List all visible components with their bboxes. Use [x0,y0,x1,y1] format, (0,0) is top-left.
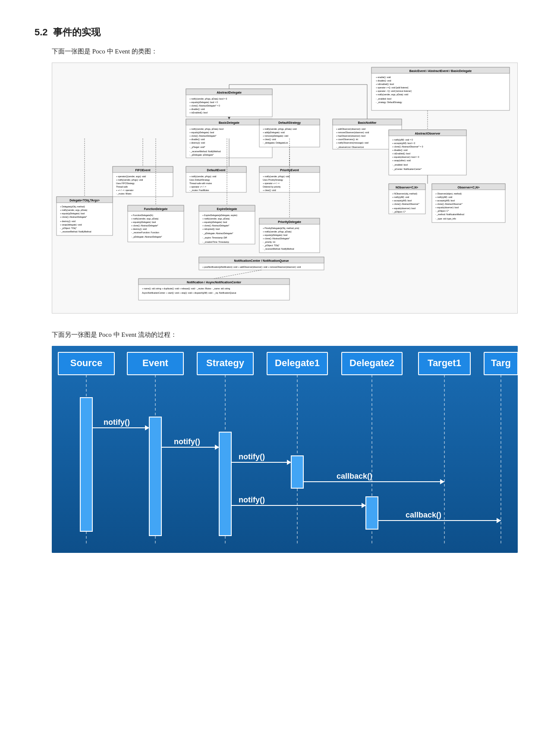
svg-text:- _type: std::type_info: - _type: std::type_info [435,217,456,220]
svg-text:+ destroy(): void: + destroy(): void [131,228,147,230]
svg-text:+ swap(other): void: + swap(other): void [392,159,411,162]
svg-text:notify(): notify() [174,437,200,446]
svg-text:Event: Event [142,358,169,368]
svg-text:Source: Source [70,358,103,368]
svg-text:Uses PriorityStrategy: Uses PriorityStrategy [263,179,283,181]
svg-text:+ notify(sender, args, pData): + notify(sender, args, pData) [202,217,230,220]
svg-text:- _strategy: DefaultStrategy: - _strategy: DefaultStrategy [376,101,402,104]
svg-text:+ operator += / -=: + operator += / -= [263,182,280,185]
svg-text:- _receiverMethod: NotifyMetho: - _receiverMethod: NotifyMethod [263,248,294,250]
svg-text:+ operator += / -=: + operator += / -= [189,185,206,188]
uml-diagram-svg: BasicEvent / AbstractEvent / BasicDelega… [52,63,518,313]
svg-text:AbstractDelegate: AbstractDelegate [217,91,242,94]
svg-text:Notification / AsyncNotificati: Notification / AsyncNotificationCenter [187,281,241,284]
svg-text:+ clone(): AbstractDelegate*: + clone(): AbstractDelegate* [202,224,229,227]
svg-text:+ ExpireDelegate(pDelegate, ex: + ExpireDelegate(pDelegate, expire) [202,214,237,216]
svg-text:+ notifyObservers(message): vo: + notifyObservers(message): void [336,141,368,144]
svg-rect-193 [80,398,92,531]
svg-text:- _priority: int: - _priority: int [263,241,276,243]
svg-text:BasicNotifier: BasicNotifier [358,121,376,124]
flow-intro-text: 下面另一张图是 Poco 中 Event 流动的过程： [52,331,500,339]
svg-text:+ NObserver(obj, method): + NObserver(obj, method) [392,192,417,195]
svg-text:- _receiverMethod: NotifyMetho: - _receiverMethod: NotifyMethod [60,230,91,233]
svg-text:notify(): notify() [104,418,130,427]
svg-text:+ notify(sender, pArgs, pData): + notify(sender, pArgs, pData) [263,230,292,233]
svg-text:+ name(): std::string   + dupl: + name(): std::string + duplicate(): voi… [142,287,230,290]
svg-text:+ clone(): AbstractDelegate*: + clone(): AbstractDelegate* [60,216,87,218]
svg-text:Observer<C,N>: Observer<C,N> [458,186,480,189]
svg-text:+ disable(): void: + disable(): void [392,149,408,151]
svg-text:+ disable(): void: + disable(): void [376,79,391,82]
svg-text:- _enabled: bool: - _enabled: bool [392,163,408,166]
svg-text:- _pObject: TObj*: - _pObject: TObj* [263,244,279,247]
svg-text:+ equals(pDelegate): bool: + equals(pDelegate): bool [263,234,287,236]
svg-text:+ notify(sender, pArgs, pData): + notify(sender, pArgs, pData): void [263,128,297,130]
svg-text:- _pObject: C*: - _pObject: C* [392,210,406,213]
svg-text:+ Observer(object, method): + Observer(object, method) [435,192,462,195]
svg-text:+ operator()(sender, args): vo: + operator()(sender, args): void [116,175,146,178]
svg-text:+ clone(): AbstractDelegate* =: + clone(): AbstractDelegate* = 0 [189,104,220,107]
svg-text:+ notify(sender, args, pData): + notify(sender, args, pData) [60,209,88,211]
svg-text:DefaultEvent: DefaultEvent [207,169,226,172]
svg-text:+ addObserver(observer): void: + addObserver(observer): void [336,128,365,130]
svg-text:+ notify(pNf): void: + notify(pNf): void [435,196,453,198]
svg-text:callback(): callback() [406,511,441,519]
svg-rect-197 [366,497,378,529]
svg-text:+ Delegate(pObj, method): + Delegate(pObj, method) [60,205,85,208]
svg-text:+ hasObserver(observer): bool: + hasObserver(observer): bool [336,135,365,137]
svg-text:- _pDelegate: AbstractDelegate: - _pDelegate: AbstractDelegate* [202,232,233,235]
uml-intro-text: 下面一张图是 Poco 中 Event 的类图： [52,47,500,56]
svg-text:Uses DefaultStrategy: Uses DefaultStrategy [189,179,210,181]
svg-text:- _pObject: TObj*: - _pObject: TObj* [60,227,76,229]
svg-text:+ equals(observer): bool: + equals(observer): bool [392,207,415,210]
svg-text:+ accepts(pNf): bool = 0: + accepts(pNf): bool = 0 [392,142,415,144]
svg-text:+ disable(): void: + disable(): void [189,138,205,141]
svg-text:+ disable(): void: + disable(): void [189,108,205,110]
svg-text:+ isExpired(): bool: + isExpired(): bool [202,228,220,230]
svg-text:Delegate1: Delegate1 [275,358,320,368]
svg-text:Target1: Target1 [428,358,461,368]
svg-text:Delegate<TObj,TArgs>: Delegate<TObj,TArgs> [69,199,100,202]
svg-text:+ countObservers(): int: + countObservers(): int [336,138,359,141]
svg-text:+ postNotification(pNotificati: + postNotification(pNotification): void … [202,266,301,268]
svg-text:BasicDelegate: BasicDelegate [219,121,239,125]
svg-text:+ equals(pDelegate): bool: + equals(pDelegate): bool [189,131,214,134]
svg-text:Delegate2: Delegate2 [349,358,394,368]
section-title: 5.2 事件的实现 [35,26,500,39]
svg-text:- _receiverFunction: Function: - _receiverFunction: Function [131,231,159,234]
svg-text:+ clone(): AbstractObserver* =: + clone(): AbstractObserver* = 0 [392,145,423,148]
svg-text:AbstractObserver: AbstractObserver [415,132,440,135]
svg-text:Thread-safe: Thread-safe [116,185,128,188]
uml-diagram-container: BasicEvent / AbstractEvent / BasicDelega… [52,63,518,314]
svg-text:+ swap(delegate): void: + swap(delegate): void [60,223,82,226]
svg-text:+ accepts(pNf): bool: + accepts(pNf): bool [435,199,455,202]
svg-rect-194 [149,417,161,536]
svg-text:- _pDelegate: AbstractDelegate: - _pDelegate: AbstractDelegate* [131,235,162,238]
svg-rect-196 [291,456,303,488]
svg-text:+ notify(sender, pArgs): void: + notify(sender, pArgs): void [116,179,143,181]
svg-text:- _observerList: ObserverList: - _observerList: ObserverList [336,146,364,148]
svg-text:+ enable(): void: + enable(): void [376,76,391,78]
svg-text:+ notify(sender, args, pData):: + notify(sender, args, pData): void [376,93,408,96]
svg-text:+ removeObserver(observer): vo: + removeObserver(observer): void [336,131,369,134]
svg-text:+ FunctionDelegate(fn): + FunctionDelegate(fn) [131,214,153,216]
svg-text:+ clear(): void: + clear(): void [263,189,276,191]
svg-text:- _method: NotificationMethod: - _method: NotificationMethod [435,213,464,216]
svg-text:- _enabled: bool: - _enabled: bool [376,97,391,100]
svg-text:+ clear(): void: + clear(): void [263,138,276,141]
svg-text:Targ: Targ [491,358,511,368]
svg-text:- _delegates: DelegateList: - _delegates: DelegateList [263,141,288,144]
svg-text:FIFOEvent: FIFOEvent [135,169,151,172]
svg-text:+ destroy(): void: + destroy(): void [60,220,76,223]
svg-text:+ notify(pNf): void: + notify(pNf): void [392,196,409,198]
svg-text:callback(): callback() [337,472,372,480]
svg-text:+ clone(): AbstractDelegate*: + clone(): AbstractDelegate* [189,135,216,137]
svg-text:Uses FIFOStrategy: Uses FIFOStrategy [116,182,135,185]
svg-text:- _mutex: Mutex: - _mutex: Mutex [116,192,132,195]
svg-text:+ remove(pDelegate): void: + remove(pDelegate): void [263,135,288,137]
svg-text:- _receiverMethod: NotifyMetho: - _receiverMethod: NotifyMethod [189,150,221,153]
svg-text:+ isEnabled(): bool: + isEnabled(): bool [189,111,208,114]
svg-rect-195 [219,432,231,536]
svg-text:ExpireDelegate: ExpireDelegate [217,207,237,211]
svg-text:+ notify(pNf): void = 0: + notify(pNf): void = 0 [392,138,413,141]
